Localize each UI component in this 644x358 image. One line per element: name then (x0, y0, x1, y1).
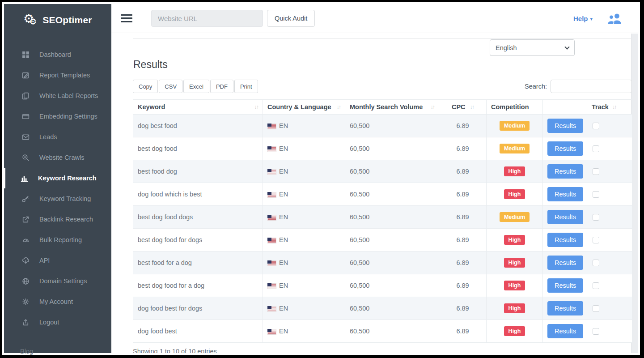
sort-icon[interactable]: ↓↑ (470, 104, 474, 110)
sidebar-item-report-templates[interactable]: Report Templates (4, 65, 111, 85)
country-cell: EN (263, 160, 345, 183)
table-row: dog food best EN 60,500 6.89 High Result… (133, 320, 632, 343)
sort-icon[interactable]: ↓↑ (254, 104, 258, 110)
print-button[interactable]: Print (234, 80, 258, 93)
sidebar-item-logout[interactable]: Logout (4, 312, 111, 332)
results-button[interactable]: Results (547, 233, 583, 247)
track-checkbox[interactable] (593, 282, 599, 289)
results-button[interactable]: Results (547, 187, 583, 201)
sidebar-item-domain-settings[interactable]: Domain Settings (4, 271, 111, 291)
results-button[interactable]: Results (547, 278, 583, 293)
volume-cell: 60,500 (345, 297, 439, 320)
sidebar-item-bulk-reporting[interactable]: Bulk Reporting (4, 230, 111, 250)
showing-entries-text: Showing 1 to 10 of 10 entries (133, 348, 638, 353)
cpc-cell: 6.89 (439, 297, 487, 320)
panel-divider (133, 38, 631, 39)
logo[interactable]: ⚙⚙ SEOptimer (4, 4, 111, 34)
pdf-button[interactable]: PDF (210, 80, 233, 93)
us-flag-icon (267, 329, 276, 335)
sidebar-item-backlink-research[interactable]: Backlink Research (4, 209, 111, 230)
sidebar-item-blog[interactable]: Blog (4, 342, 111, 358)
track-cell (587, 206, 632, 229)
sort-icon[interactable]: ↓↑ (612, 104, 616, 110)
column-header-keyword[interactable]: Keyword↓↑ (133, 100, 263, 115)
results-button[interactable]: Results (547, 301, 583, 315)
sidebar-item-keyword-tracking[interactable]: Keyword Tracking (4, 188, 111, 209)
content: English Results Copy CSV Excel PDF Print… (111, 38, 638, 353)
volume-cell: 60,500 (345, 274, 439, 297)
keyword-cell: best food dog (133, 160, 263, 183)
keyword-cell: best dog food for a dog (133, 274, 263, 297)
track-checkbox[interactable] (593, 260, 599, 266)
sidebar-item-api[interactable]: API (4, 250, 111, 271)
cpc-cell: 6.89 (439, 183, 487, 206)
us-flag-icon (267, 215, 276, 221)
quick-audit-button[interactable]: Quick Audit (267, 10, 315, 27)
sidebar-item-label: API (39, 257, 50, 264)
track-checkbox[interactable] (593, 145, 599, 152)
column-header-monthly-search-volume[interactable]: Monthly Search Volume↓↑ (345, 100, 439, 115)
sidebar-item-my-account[interactable]: My Account (4, 291, 111, 312)
sidebar-item-leads[interactable]: Leads (4, 127, 111, 147)
track-checkbox[interactable] (593, 214, 599, 221)
sidebar-item-label: Website Crawls (39, 154, 84, 161)
cpc-cell: 6.89 (439, 320, 487, 343)
globe-icon (21, 277, 30, 285)
track-checkbox[interactable] (593, 328, 599, 335)
competition-cell: Medium (487, 206, 543, 229)
seoptimer-gears-icon: ⚙⚙ (23, 13, 38, 27)
results-cell: Results (543, 274, 587, 297)
cpc-cell: 6.89 (439, 115, 487, 137)
track-checkbox[interactable] (593, 237, 599, 243)
table-row: dog food best for dogs EN 60,500 6.89 Hi… (133, 297, 632, 320)
results-button[interactable]: Results (547, 210, 583, 224)
sidebar-item-dashboard[interactable]: Dashboard (4, 44, 111, 65)
hamburger-menu-icon[interactable] (121, 13, 132, 25)
column-header-cpc[interactable]: CPC↓↑ (439, 100, 487, 115)
track-cell (587, 115, 632, 137)
sort-icon[interactable]: ↓↑ (337, 104, 341, 110)
results-button[interactable]: Results (547, 164, 583, 179)
help-dropdown[interactable]: Help ▾ (573, 15, 593, 22)
results-cell: Results (543, 229, 587, 251)
sidebar-item-label: Backlink Research (39, 216, 93, 223)
sidebar-item-website-crawls[interactable]: Website Crawls (4, 147, 111, 168)
website-url-input[interactable] (151, 10, 263, 27)
track-checkbox[interactable] (593, 305, 599, 312)
results-button[interactable]: Results (547, 324, 583, 338)
track-checkbox[interactable] (593, 191, 599, 198)
key-icon (21, 195, 30, 203)
country-cell: EN (263, 297, 345, 320)
csv-button[interactable]: CSV (159, 80, 182, 93)
excel-button[interactable]: Excel (183, 80, 209, 93)
results-button[interactable]: Results (547, 256, 583, 270)
sidebar-item-embedding-settings[interactable]: Embedding Settings (4, 106, 111, 127)
column-header-competition[interactable]: Competition (487, 100, 543, 115)
volume-cell: 60,500 (345, 251, 439, 274)
column-header-country-language[interactable]: Country & Language↓↑ (263, 100, 345, 115)
sort-icon[interactable]: ↓↑ (431, 104, 435, 110)
envelope-icon (21, 133, 30, 141)
results-cell: Results (543, 251, 587, 274)
sidebar-item-white-label-reports[interactable]: White Label Reports (4, 85, 111, 106)
magnifier-plus-icon (21, 154, 30, 162)
results-cell: Results (543, 137, 587, 160)
track-checkbox[interactable] (593, 168, 599, 175)
language-select[interactable]: English (490, 39, 575, 56)
table-row: dog best food EN 60,500 6.89 Medium Resu… (133, 115, 632, 137)
us-flag-icon (267, 260, 276, 266)
us-flag-icon (267, 238, 276, 243)
cpc-cell: 6.89 (439, 160, 487, 183)
copy-button[interactable]: Copy (133, 80, 158, 93)
results-button[interactable]: Results (547, 119, 583, 133)
results-button[interactable]: Results (547, 141, 583, 156)
search-input[interactable] (551, 80, 632, 93)
caret-down-icon: ▾ (590, 16, 593, 22)
table-row: dog food which is best EN 60,500 6.89 Hi… (133, 183, 632, 206)
competition-cell: High (487, 183, 543, 206)
column-header-track[interactable]: Track↓↑ (587, 100, 632, 115)
users-icon[interactable] (606, 13, 623, 25)
track-checkbox[interactable] (593, 123, 599, 129)
competition-badge: Medium (500, 144, 530, 153)
sidebar-item-keyword-research[interactable]: Keyword Research (4, 168, 111, 188)
